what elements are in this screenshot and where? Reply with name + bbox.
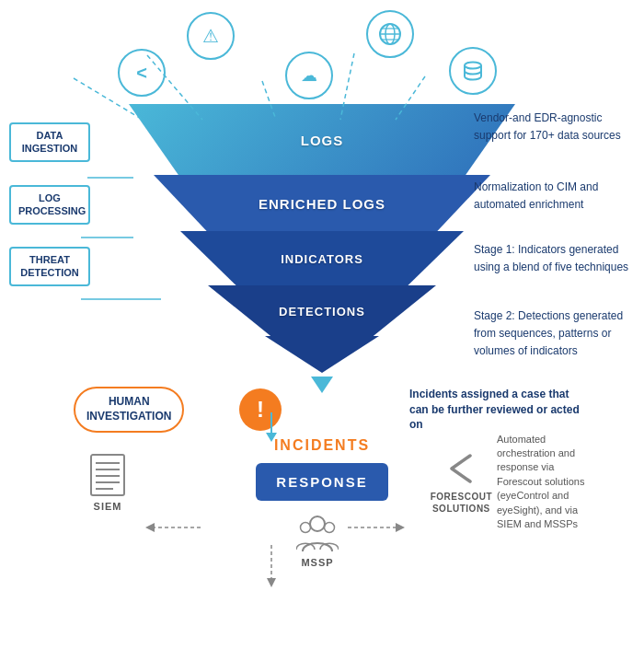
icon-cloud: ☁ bbox=[285, 52, 333, 99]
mssp-icon bbox=[296, 515, 339, 553]
label-log-processing: LOGPROCESSING bbox=[9, 185, 90, 225]
response-box: RESPONSE bbox=[256, 463, 387, 501]
funnel: LOGS ENRICHED LOGS INDICATORS DETECTIONS bbox=[129, 104, 515, 393]
desc-logs: Vendor-and EDR-agnostic support for 170+… bbox=[474, 109, 635, 144]
label-threat-detection: THREATDETECTION bbox=[9, 247, 90, 286]
response-right-desc: Automated orchestration and response via… bbox=[497, 433, 598, 532]
incidents-text: INCIDENTS bbox=[274, 437, 370, 453]
siem-container: SIEM bbox=[87, 453, 128, 512]
response-area: SIEM RESPONSE FORESCOUTSOLUTIONS Automat… bbox=[0, 463, 644, 568]
svg-point-28 bbox=[310, 516, 325, 531]
forescout-label: FORESCOUTSOLUTIONS bbox=[431, 491, 492, 515]
response-desc-text: Automated orchestration and response via… bbox=[497, 434, 584, 529]
desc-indicators-text: Stage 1: Indicators generated using a bl… bbox=[474, 243, 628, 273]
desc-detections-text: Stage 2: Detections generated from seque… bbox=[474, 309, 623, 357]
incidents-label: INCIDENTS bbox=[274, 437, 370, 454]
mssp-label: MSSP bbox=[301, 557, 333, 568]
human-inv-desc: Incidents assigned a case that can be fu… bbox=[409, 388, 580, 432]
svg-point-21 bbox=[465, 63, 481, 69]
response-row: SIEM RESPONSE FORESCOUTSOLUTIONS Automat… bbox=[46, 463, 598, 501]
svg-point-30 bbox=[325, 523, 335, 533]
human-investigation-label: HUMANINVESTIGATION bbox=[74, 387, 184, 432]
forescout-icon bbox=[444, 450, 477, 487]
funnel-layer-indicators: INDICATORS bbox=[180, 231, 464, 286]
exclamation-icon: ! bbox=[239, 388, 282, 431]
siem-icon bbox=[87, 453, 128, 497]
detections-label: DETECTIONS bbox=[279, 305, 365, 319]
desc-logs-text: Vendor-and EDR-agnostic support for 170+… bbox=[474, 111, 621, 142]
enriched-label: ENRICHED LOGS bbox=[259, 196, 385, 212]
desc-enriched-text: Normalization to CIM and automated enric… bbox=[474, 180, 598, 211]
logs-label: LOGS bbox=[301, 133, 344, 148]
human-inv-text: HUMANINVESTIGATION bbox=[86, 395, 171, 423]
svg-marker-15 bbox=[267, 578, 276, 587]
desc-detections: Stage 2: Detections generated from seque… bbox=[474, 307, 635, 358]
desc-enriched: Normalization to CIM and automated enric… bbox=[474, 178, 635, 213]
forescout-container: FORESCOUTSOLUTIONS bbox=[431, 450, 492, 515]
funnel-layer-detections: DETECTIONS bbox=[208, 285, 436, 337]
desc-indicators: Stage 1: Indicators generated using a bl… bbox=[474, 240, 635, 275]
log-processing-text: LOGPROCESSING bbox=[18, 192, 86, 216]
funnel-arrow bbox=[311, 377, 333, 393]
funnel-layer-logs: LOGS bbox=[129, 104, 515, 176]
funnel-tip bbox=[265, 336, 379, 373]
funnel-with-labels: LOGS ENRICHED LOGS INDICATORS DETECTIONS… bbox=[0, 104, 644, 408]
data-ingestion-text: DATAINGESTION bbox=[22, 130, 78, 154]
top-icons-area: < ⚠ ☁ bbox=[64, 7, 580, 104]
siem-label: SIEM bbox=[94, 501, 122, 512]
threat-detection-text: THREATDETECTION bbox=[20, 254, 79, 278]
icon-warning: ⚠ bbox=[187, 12, 235, 60]
icon-database bbox=[449, 47, 497, 95]
indicators-label: INDICATORS bbox=[281, 252, 363, 266]
mssp-container: MSSP bbox=[296, 515, 339, 568]
svg-point-29 bbox=[301, 523, 311, 533]
label-data-ingestion: DATAINGESTION bbox=[9, 122, 90, 162]
icon-bracket: < bbox=[118, 49, 166, 97]
response-label: RESPONSE bbox=[276, 474, 367, 490]
icon-globe bbox=[366, 10, 414, 58]
human-inv-right-text: Incidents assigned a case that can be fu… bbox=[409, 387, 589, 433]
main-container: < ⚠ ☁ bbox=[0, 0, 644, 649]
funnel-layer-enriched: ENRICHED LOGS bbox=[154, 175, 490, 232]
exclamation-text: ! bbox=[257, 397, 264, 423]
